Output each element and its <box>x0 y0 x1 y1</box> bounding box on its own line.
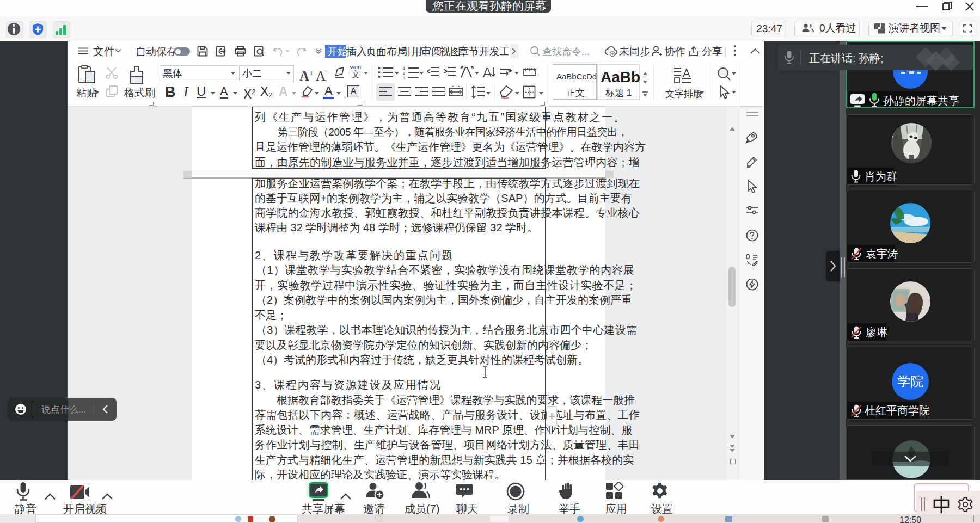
svg-text:1: 1 <box>403 66 406 71</box>
svg-text:3: 3 <box>403 76 406 80</box>
svg-text:2: 2 <box>403 71 406 76</box>
